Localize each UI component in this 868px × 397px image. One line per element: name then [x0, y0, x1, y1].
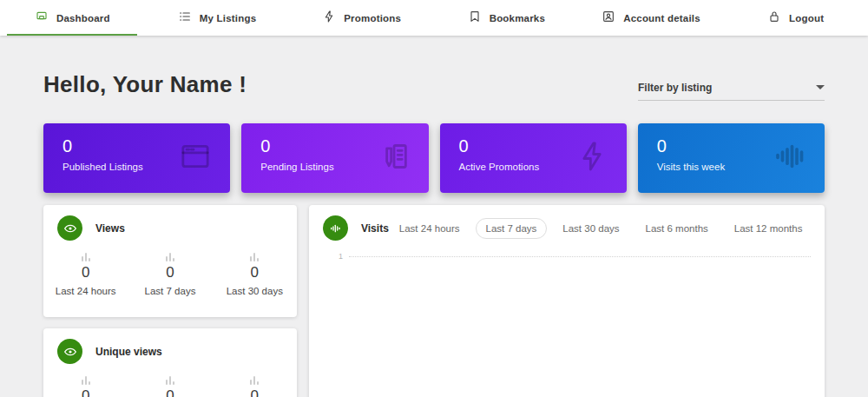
stat-value: 0 — [82, 264, 89, 281]
bar-chart-icon — [82, 376, 90, 385]
eye-icon — [57, 215, 82, 241]
equalizer-icon — [773, 139, 807, 177]
bar-chart-icon — [166, 253, 174, 261]
account-box-icon — [602, 10, 615, 27]
card-title: Views — [95, 222, 125, 235]
stat-cards-row: 0 Published Listings 0 Pending Listings … — [43, 123, 825, 193]
unique-views-stats-row: 0 0 0 — [43, 376, 297, 397]
views-card-header: Views — [43, 205, 297, 241]
nav-label: Dashboard — [56, 13, 110, 23]
lock-icon — [767, 10, 781, 27]
y-axis-tick-label: 1 — [339, 252, 343, 261]
nav-item-bookmarks[interactable]: Bookmarks — [434, 0, 579, 36]
views-stat-24h: 0 Last 24 hours — [43, 253, 128, 296]
nav-label: Logout — [789, 13, 824, 23]
card-title: Unique views — [95, 346, 162, 358]
visits-range-tabs: Last 24 hours Last 7 days Last 30 days L… — [389, 218, 813, 239]
stat-card-active-promotions: 0 Active Promotions — [440, 123, 627, 193]
eye-icon — [57, 339, 82, 364]
stat-card-pending-listings: 0 Pending Listings — [241, 123, 428, 193]
bar-chart-icon — [250, 253, 259, 261]
stat-value: 0 — [166, 387, 174, 397]
views-stat-30d: 0 Last 30 days — [213, 253, 297, 296]
active-tab-underline — [7, 34, 137, 36]
bar-chart-icon — [82, 253, 90, 261]
equalizer-icon — [323, 215, 348, 241]
unique-views-stat-2: 0 — [128, 376, 212, 397]
dashboard-icon — [35, 10, 49, 27]
unique-views-stat-1: 0 — [43, 376, 128, 397]
visits-card: Visits Last 24 hours Last 7 days Last 30… — [309, 205, 825, 397]
browser-window-icon — [178, 139, 213, 177]
bookmark-icon — [468, 10, 482, 27]
bar-chart-icon — [166, 376, 174, 385]
tab-last-6-months[interactable]: Last 6 months — [635, 218, 719, 239]
nav-label: My Listings — [200, 13, 256, 23]
bolt-icon — [322, 10, 336, 27]
card-title: Visits — [361, 222, 389, 235]
chevron-down-icon — [816, 85, 825, 89]
filter-by-listing-select[interactable]: Filter by listing — [638, 75, 825, 101]
nav-label: Promotions — [344, 13, 401, 23]
stat-label: Last 30 days — [227, 286, 283, 296]
views-card: Views 0 Last 24 hours 0 Last 7 days 0 La… — [43, 205, 297, 317]
stat-value: 0 — [251, 264, 259, 281]
tab-last-30-days[interactable]: Last 30 days — [552, 218, 629, 239]
views-stats-row: 0 Last 24 hours 0 Last 7 days 0 Last 30 … — [43, 253, 297, 296]
stat-label: Last 7 days — [145, 286, 196, 296]
unique-views-card-header: Unique views — [43, 328, 297, 364]
nav-item-my-listings[interactable]: My Listings — [145, 0, 290, 36]
tab-last-24-hours[interactable]: Last 24 hours — [389, 218, 470, 239]
stat-value: 0 — [82, 387, 89, 397]
nav-item-logout[interactable]: Logout — [723, 0, 868, 36]
stat-value: 0 — [251, 387, 259, 397]
nav-item-account-details[interactable]: Account details — [579, 0, 724, 36]
visits-card-header: Visits Last 24 hours Last 7 days Last 30… — [309, 205, 825, 241]
edit-list-icon — [377, 139, 411, 177]
visits-chart: 1 — [323, 256, 811, 397]
stat-label: Last 24 hours — [56, 286, 116, 296]
stat-card-published-listings: 0 Published Listings — [43, 123, 230, 193]
page-title-greeting: Hello, Your Name ! — [43, 71, 247, 98]
unique-views-stat-3: 0 — [213, 376, 297, 397]
tab-last-12-months[interactable]: Last 12 months — [724, 218, 813, 239]
bolt-icon — [575, 139, 609, 177]
nav-item-dashboard[interactable]: Dashboard — [0, 0, 145, 36]
unique-views-card: Unique views 0 0 0 — [43, 328, 297, 397]
list-icon — [178, 10, 192, 27]
nav-label: Account details — [623, 13, 700, 23]
nav-label: Bookmarks — [490, 13, 545, 23]
chart-gridline — [349, 256, 811, 257]
dashboard-page: Dashboard My Listings Promotions Bookmar… — [0, 0, 868, 397]
top-navigation: Dashboard My Listings Promotions Bookmar… — [0, 0, 868, 36]
filter-label: Filter by listing — [638, 82, 712, 94]
nav-item-promotions[interactable]: Promotions — [289, 0, 434, 36]
tab-last-7-days[interactable]: Last 7 days — [476, 218, 548, 239]
views-stat-7d: 0 Last 7 days — [128, 253, 212, 296]
bar-chart-icon — [250, 376, 259, 385]
stat-card-visits-this-week: 0 Visits this week — [638, 123, 825, 193]
stat-value: 0 — [166, 264, 174, 281]
